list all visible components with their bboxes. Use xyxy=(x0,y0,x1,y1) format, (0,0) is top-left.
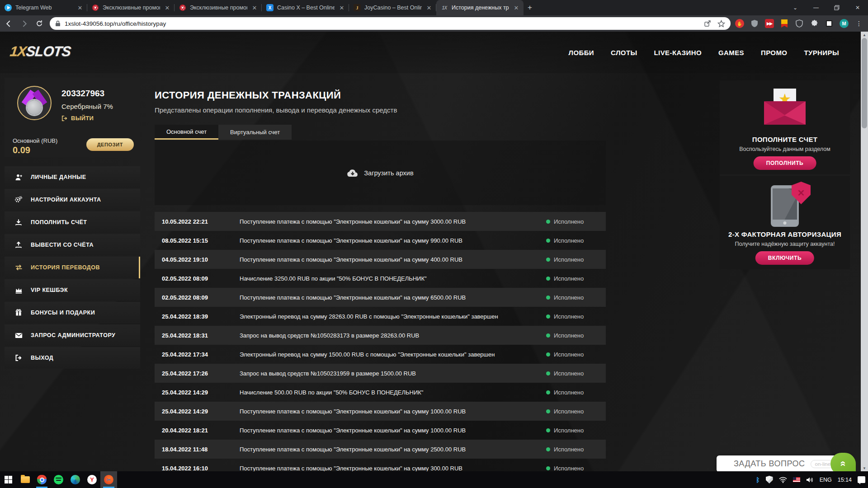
table-row[interactable]: 08.05.2022 15:15 Поступление платежа с п… xyxy=(155,231,606,250)
table-row[interactable]: 25.04.2022 14:29 Поступление платежа с п… xyxy=(155,402,606,421)
table-row[interactable]: 25.04.2022 17:26 Запрос на вывод средств… xyxy=(155,364,606,383)
tab-close-icon[interactable]: ✕ xyxy=(76,5,84,11)
table-row[interactable]: 15.04.2022 16:10 Поступление платежа с п… xyxy=(155,459,606,471)
table-row[interactable]: 25.04.2022 14:29 Начисление 500.00 RUB п… xyxy=(155,383,606,402)
back-button[interactable] xyxy=(2,17,15,30)
tab-close-icon[interactable]: ✕ xyxy=(164,5,171,11)
table-row[interactable]: 25.04.2022 18:39 Электронный перевод на … xyxy=(155,307,606,326)
envelope-star-icon: ★ xyxy=(720,89,850,127)
browser-tab-telegram[interactable]: Telegram Web ✕ xyxy=(0,0,87,15)
tab-virtual-account[interactable]: Виртуальный счет xyxy=(218,125,292,140)
table-row[interactable]: 20.04.2022 18:21 Поступление платежа с п… xyxy=(155,421,606,440)
table-row[interactable]: 18.04.2022 11:48 Поступление платежа с п… xyxy=(155,440,606,459)
logout-link[interactable]: ВЫЙТИ xyxy=(61,115,94,122)
gears-icon xyxy=(14,196,23,204)
sidebar-item-bonuses[interactable]: БОНУСЫ И ПОДАРКИ xyxy=(5,302,140,324)
extensions-puzzle-icon[interactable] xyxy=(810,19,819,28)
table-row[interactable]: 02.05.2022 08:09 Поступление платежа с п… xyxy=(155,288,606,307)
bookmark-flag-extension-icon[interactable] xyxy=(780,19,789,28)
defender-shield-icon[interactable] xyxy=(766,476,773,483)
address-bar[interactable]: 1xslot-439056.top/ru/office/historypay xyxy=(50,17,731,30)
scroll-up-arrow[interactable]: ▲ xyxy=(861,32,868,38)
file-explorer-icon[interactable] xyxy=(17,471,33,488)
notification-center-icon[interactable] xyxy=(858,476,865,483)
tab-close-icon[interactable]: ✕ xyxy=(251,5,258,11)
casino-chip-favicon xyxy=(92,4,99,11)
table-row[interactable]: 02.05.2022 08:09 Начисление 3250.00 RUB … xyxy=(155,269,606,288)
table-row[interactable]: 04.05.2022 19:10 Поступление платежа с п… xyxy=(155,250,606,269)
language-indicator[interactable]: ENG xyxy=(820,477,832,483)
fast-forward-extension-icon[interactable]: ▶▶ xyxy=(765,19,774,28)
chat-open-button[interactable]: « xyxy=(830,453,856,471)
window-minimize-button[interactable]: — xyxy=(806,0,826,15)
tab-close-icon[interactable]: ✕ xyxy=(513,5,520,11)
volume-icon[interactable] xyxy=(806,477,814,483)
window-menu-chevron-icon[interactable]: ⌄ xyxy=(785,0,806,15)
sidebar-item-top-up[interactable]: ПОПОЛНИТЬ СЧЁТ xyxy=(5,211,140,233)
start-button[interactable] xyxy=(0,471,17,488)
adblock-extension-icon[interactable] xyxy=(735,19,744,28)
page-scrollbar[interactable]: ▲ ▼ xyxy=(861,32,868,471)
browser-tab-promo-2[interactable]: Эксклюзивные промокоды на ( ✕ xyxy=(175,0,262,15)
nav-item[interactable]: GAMES xyxy=(718,49,744,56)
wifi-icon[interactable] xyxy=(779,477,787,483)
sidebar-item-transfer-history[interactable]: ИСТОРИЯ ПЕРЕВОДОВ xyxy=(5,257,140,278)
status-dot-icon xyxy=(546,333,550,338)
sidebar-item-account-settings[interactable]: НАСТРОЙКИ АККАУНТА xyxy=(5,189,140,211)
window-close-button[interactable]: ✕ xyxy=(847,0,868,15)
edge-taskbar-icon[interactable] xyxy=(67,471,84,488)
zenmate-extension-icon[interactable] xyxy=(795,19,804,28)
share-icon[interactable] xyxy=(704,20,711,27)
enable-2fa-button[interactable]: ВКЛЮЧИТЬ xyxy=(755,251,814,265)
browser-tab-casinox[interactable]: X Casino X – Best Online Casino Ga ✕ xyxy=(262,0,349,15)
sidebar-item-personal-data[interactable]: ЛИЧНЫЕ ДАННЫЕ xyxy=(5,166,140,188)
clock[interactable]: 15:14 xyxy=(838,477,852,483)
forward-button[interactable] xyxy=(17,17,31,30)
chrome-taskbar-icon[interactable] xyxy=(33,471,50,488)
spotify-taskbar-icon[interactable] xyxy=(50,471,67,488)
download-archive-link[interactable]: Загрузить архив xyxy=(347,169,413,177)
deposit-button[interactable]: ДЕПОЗИТ xyxy=(86,138,134,151)
top-up-button[interactable]: ПОПОЛНИТЬ xyxy=(754,156,816,170)
table-row[interactable]: 25.04.2022 18:31 Запрос на вывод средств… xyxy=(155,326,606,345)
bookmark-star-icon[interactable] xyxy=(717,20,725,28)
sidebar-item-admin-request[interactable]: ЗАПРОС АДМИНИСТРАТОРУ xyxy=(5,324,140,346)
transaction-date: 25.04.2022 17:34 xyxy=(162,351,223,358)
envelope-icon xyxy=(14,333,23,338)
chevron-up-icon: « xyxy=(837,460,849,466)
status-label: Исполнено xyxy=(554,370,584,377)
darkreader-extension-icon[interactable] xyxy=(825,19,834,28)
nav-item[interactable]: ТУРНИРЫ xyxy=(804,49,839,56)
table-row[interactable]: 25.04.2022 17:34 Электронный перевод на … xyxy=(155,345,606,364)
profile-avatar[interactable]: M xyxy=(840,19,849,28)
shield-extension-icon[interactable] xyxy=(750,19,759,28)
window-restore-button[interactable] xyxy=(826,0,847,15)
sidebar-item-withdraw[interactable]: ВЫВЕСТИ СО СЧЁТА xyxy=(5,234,140,256)
bluetooth-icon[interactable]: ᛒ xyxy=(756,476,760,483)
screenshot-tool-taskbar-icon[interactable]: ✂ xyxy=(100,471,117,488)
nav-item[interactable]: ПРОМО xyxy=(761,49,787,56)
table-row[interactable]: 10.05.2022 22:21 Поступление платежа с п… xyxy=(155,212,606,231)
browser-menu-icon[interactable]: ⋮ xyxy=(854,19,863,28)
chat-widget[interactable]: ЗАДАТЬ ВОПРОС on-line « xyxy=(717,455,852,471)
sidebar-item-vip-cashback[interactable]: VIP КЕШБЭК xyxy=(5,279,140,301)
language-flag-icon[interactable] xyxy=(793,477,800,482)
yandex-taskbar-icon[interactable]: Y xyxy=(84,471,100,488)
phone-shield-icon: ✕ xyxy=(720,183,850,227)
browser-tab-promo-1[interactable]: Эксклюзивные промокоды на ( ✕ xyxy=(87,0,175,15)
tab-main-account[interactable]: Основной счет xyxy=(155,125,218,140)
sidebar-item-label: ВЫВЕСТИ СО СЧЁТА xyxy=(31,242,94,248)
balance-label: Основной (RUB) xyxy=(13,137,57,144)
browser-tab-joycasino[interactable]: J JoyCasino – Best Online Casino G ✕ xyxy=(349,0,436,15)
browser-tab-active-history[interactable]: 1X История денежных транзакций ✕ xyxy=(436,0,524,15)
scrollbar-thumb[interactable] xyxy=(862,38,867,128)
tab-close-icon[interactable]: ✕ xyxy=(425,5,433,11)
transaction-date: 25.04.2022 18:31 xyxy=(162,332,223,339)
new-tab-button[interactable]: + xyxy=(524,0,536,15)
site-logo[interactable]: 1XSLOTS xyxy=(9,43,71,60)
tab-close-icon[interactable]: ✕ xyxy=(338,5,345,11)
scroll-down-arrow[interactable]: ▼ xyxy=(861,465,868,471)
refresh-button[interactable] xyxy=(33,17,46,30)
sidebar-item-exit[interactable]: ВЫХОД xyxy=(5,347,140,369)
status-label: Исполнено xyxy=(554,275,584,282)
